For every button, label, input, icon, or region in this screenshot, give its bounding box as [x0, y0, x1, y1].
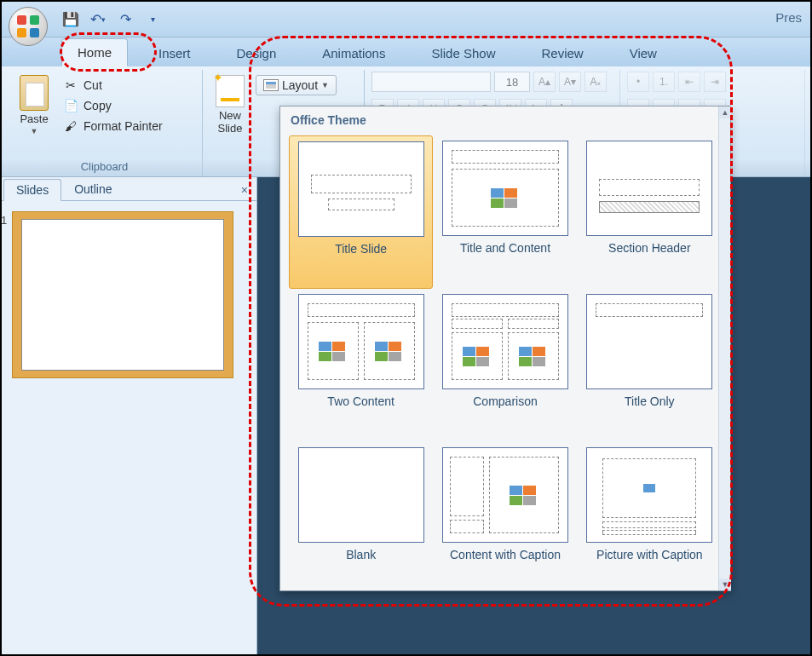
layout-preview-icon — [586, 294, 712, 389]
grow-font-button[interactable]: A▴ — [533, 72, 556, 92]
layout-option-label: Title Only — [625, 394, 675, 409]
layout-preview-icon — [442, 141, 568, 236]
layout-option-label: Comparison — [473, 394, 537, 409]
layout-popup-header: Office Theme — [280, 106, 730, 132]
quick-access-toolbar: 💾 ↶▾ ↷ ▾ — [61, 10, 162, 29]
layout-preview-icon — [298, 447, 424, 543]
undo-button[interactable]: ↶▾ — [89, 10, 107, 29]
clear-formatting-button[interactable]: Aₓ — [585, 72, 607, 92]
chevron-down-icon: ▼ — [321, 81, 329, 89]
format-painter-button[interactable]: 🖌 Format Painter — [60, 116, 166, 136]
chevron-down-icon: ▼ — [31, 127, 38, 135]
scroll-up-button[interactable]: ▲ — [719, 106, 731, 118]
scroll-down-button[interactable]: ▼ — [719, 578, 731, 590]
format-painter-label: Format Painter — [84, 119, 163, 133]
office-logo-icon — [17, 15, 39, 37]
redo-button[interactable]: ↷ — [116, 10, 135, 29]
bullets-button[interactable]: • — [627, 72, 649, 92]
layout-option-label: Two Content — [327, 394, 394, 409]
layout-option-content_caption[interactable]: Content with Caption — [433, 442, 577, 590]
layout-option-label: Picture with Caption — [596, 548, 703, 562]
scissors-icon: ✂ — [63, 78, 78, 93]
copy-button[interactable]: 📄 Copy — [60, 95, 166, 116]
ribbon-tabs: Home Insert Design Animations Slide Show… — [2, 37, 810, 66]
panel-tab-outline[interactable]: Outline — [61, 178, 124, 200]
tab-home[interactable]: Home — [61, 38, 128, 66]
layout-option-two_content[interactable]: Two Content — [289, 289, 433, 442]
tab-review[interactable]: Review — [526, 40, 598, 66]
shrink-font-button[interactable]: A▾ — [559, 72, 581, 92]
layout-option-comparison[interactable]: Comparison — [433, 289, 577, 442]
copy-icon: 📄 — [63, 98, 78, 113]
qat-customize-button[interactable]: ▾ — [143, 10, 162, 29]
cut-label: Cut — [84, 78, 102, 92]
slide-preview — [21, 219, 224, 371]
layout-option-title_content[interactable]: Title and Content — [433, 135, 577, 289]
panel-tab-slides[interactable]: Slides — [3, 179, 61, 201]
tab-design[interactable]: Design — [222, 40, 292, 66]
panel-close-button[interactable]: × — [233, 180, 256, 200]
layout-icon — [263, 79, 279, 91]
group-clipboard: Paste ▼ ✂ Cut 📄 Copy 🖌 Format Painter Cl… — [7, 70, 203, 176]
redo-icon: ↷ — [120, 11, 131, 27]
window-title: Pres — [775, 10, 802, 25]
tab-view[interactable]: View — [614, 40, 672, 66]
layout-option-blank[interactable]: Blank — [289, 442, 433, 590]
tab-slideshow[interactable]: Slide Show — [416, 40, 510, 66]
layout-preview-icon — [586, 141, 712, 236]
layout-preview-icon — [298, 294, 424, 389]
layout-option-label: Blank — [346, 548, 376, 562]
font-family-input[interactable] — [371, 72, 491, 92]
new-slide-button[interactable]: New Slide — [210, 72, 251, 138]
layout-preview-icon — [586, 447, 712, 543]
undo-icon: ↶ — [90, 11, 101, 27]
layout-label: Layout — [282, 78, 318, 92]
layout-grid: Title SlideTitle and ContentSection Head… — [280, 132, 730, 590]
title-bar: 💾 ↶▾ ↷ ▾ Pres — [2, 2, 810, 37]
layout-option-label: Content with Caption — [450, 548, 561, 562]
panel-tabs: Slides Outline × — [2, 177, 256, 201]
new-slide-label: New Slide — [218, 109, 243, 135]
layout-option-title_only[interactable]: Title Only — [578, 289, 722, 442]
slide-panel: Slides Outline × — [2, 177, 257, 654]
layout-option-label: Section Header — [608, 241, 691, 256]
paste-icon — [20, 75, 49, 111]
layout-preview-icon — [442, 294, 568, 389]
cut-button[interactable]: ✂ Cut — [60, 75, 166, 95]
font-size-input[interactable] — [494, 72, 530, 92]
layout-preview-icon — [442, 447, 568, 543]
new-slide-icon — [216, 75, 245, 107]
copy-label: Copy — [84, 99, 112, 112]
save-icon: 💾 — [62, 11, 79, 27]
indent-inc-button[interactable]: ⇥ — [704, 72, 726, 92]
layout-option-label: Title Slide — [335, 242, 387, 256]
layout-button[interactable]: Layout ▼ — [256, 75, 337, 95]
layout-option-title[interactable]: Title Slide — [289, 135, 433, 289]
office-button[interactable] — [9, 7, 48, 46]
layout-option-picture_caption[interactable]: Picture with Caption — [578, 442, 722, 590]
indent-dec-button[interactable]: ⇤ — [678, 72, 700, 92]
numbering-button[interactable]: 1. — [653, 72, 675, 92]
tab-animations[interactable]: Animations — [307, 40, 400, 66]
brush-icon: 🖌 — [63, 118, 78, 134]
layout-option-label: Title and Content — [460, 241, 550, 256]
scrollbar[interactable]: ▲ ▼ — [718, 106, 730, 590]
tab-insert[interactable]: Insert — [143, 40, 206, 66]
slide-thumbnail-1[interactable] — [12, 211, 246, 378]
clipboard-group-label: Clipboard — [14, 158, 195, 176]
save-button[interactable]: 💾 — [61, 10, 80, 29]
paste-label: Paste — [20, 112, 48, 125]
paste-button[interactable]: Paste ▼ — [14, 72, 55, 139]
layout-gallery-popup: Office Theme Title SlideTitle and Conten… — [279, 106, 731, 591]
layout-option-section[interactable]: Section Header — [578, 135, 722, 289]
layout-preview-icon — [298, 141, 424, 237]
